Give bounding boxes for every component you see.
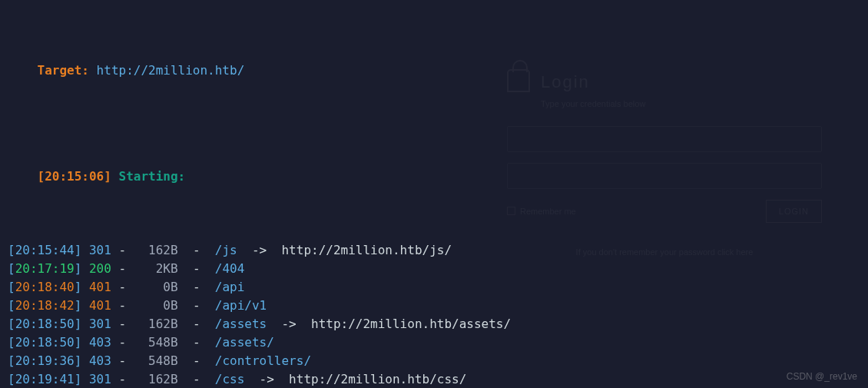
scan-result-row: [20:18:50] 301 - 162B - /assets -> http:… bbox=[8, 315, 860, 333]
start-timestamp: [20:15:06] bbox=[38, 169, 111, 184]
target-label: Target: bbox=[38, 63, 89, 78]
scan-result-row: [20:18:42] 401 - 0B - /api/v1 bbox=[8, 297, 860, 315]
start-label: Starting: bbox=[119, 169, 186, 184]
scan-result-row: [20:15:44] 301 - 162B - /js -> http://2m… bbox=[8, 241, 860, 260]
target-url: http://2million.htb/ bbox=[97, 63, 245, 78]
terminal-output: Target: http://2million.htb/ [20:15:06] … bbox=[0, 0, 868, 388]
scan-result-row: [20:19:41] 301 - 162B - /css -> http://2… bbox=[8, 370, 860, 388]
scan-result-row: [20:18:50] 403 - 548B - /assets/ bbox=[8, 333, 860, 352]
scan-result-row: [20:19:36] 403 - 548B - /controllers/ bbox=[8, 352, 860, 370]
scan-result-row: [20:18:40] 401 - 0B - /api bbox=[8, 278, 860, 297]
watermark: CSDN @_rev1ve bbox=[787, 370, 857, 383]
scan-result-row: [20:17:19] 200 - 2KB - /404 bbox=[8, 260, 860, 278]
